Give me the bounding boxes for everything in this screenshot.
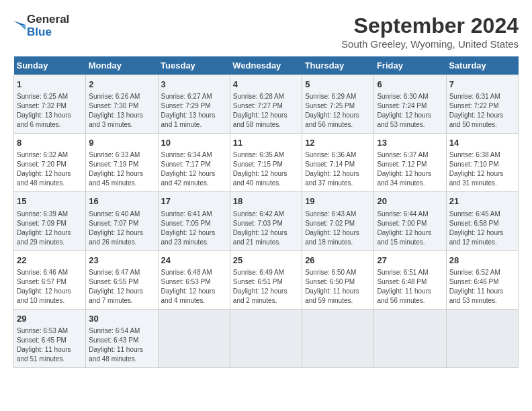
- table-row: 20Sunrise: 6:44 AMSunset: 7:00 PMDayligh…: [374, 192, 446, 250]
- day-info: Sunset: 7:25 PM: [305, 101, 371, 111]
- logo: General Blue: [13, 13, 69, 38]
- day-info: Sunrise: 6:45 AM: [449, 210, 515, 219]
- page-title: September 2024: [341, 13, 519, 38]
- day-info: Sunrise: 6:49 AM: [233, 268, 299, 277]
- table-row: 21Sunrise: 6:45 AMSunset: 6:58 PMDayligh…: [446, 192, 518, 250]
- table-row: 7Sunrise: 6:31 AMSunset: 7:22 PMDaylight…: [446, 75, 518, 134]
- table-row: 6Sunrise: 6:30 AMSunset: 7:24 PMDaylight…: [374, 75, 446, 134]
- day-number: 2: [89, 79, 154, 91]
- day-info: Sunrise: 6:47 AM: [89, 268, 154, 277]
- day-info: Sunset: 7:10 PM: [449, 160, 515, 169]
- day-info: Daylight: 12 hours and 42 minutes.: [161, 169, 227, 188]
- day-info: Sunset: 7:30 PM: [89, 101, 154, 111]
- day-info: Sunrise: 6:51 AM: [377, 268, 443, 277]
- day-info: Daylight: 12 hours and 53 minutes.: [377, 111, 443, 130]
- day-info: Sunrise: 6:52 AM: [449, 268, 515, 277]
- logo-line2: Blue: [27, 26, 69, 39]
- day-info: Sunset: 7:24 PM: [377, 101, 443, 111]
- day-number: 9: [89, 137, 154, 149]
- day-info: Sunset: 7:15 PM: [233, 160, 299, 169]
- calendar-table: Sunday Monday Tuesday Wednesday Thursday…: [13, 56, 519, 368]
- table-row: 27Sunrise: 6:51 AMSunset: 6:48 PMDayligh…: [374, 250, 446, 309]
- day-info: Sunrise: 6:36 AM: [305, 150, 371, 160]
- calendar-row: 29Sunrise: 6:53 AMSunset: 6:45 PMDayligh…: [14, 309, 519, 367]
- day-number: 7: [449, 79, 515, 91]
- calendar-body: 1Sunrise: 6:25 AMSunset: 7:32 PMDaylight…: [14, 75, 519, 368]
- day-number: 13: [377, 137, 443, 149]
- logo-line1: General: [27, 13, 69, 26]
- day-info: Daylight: 11 hours and 48 minutes.: [89, 345, 154, 364]
- calendar-row: 15Sunrise: 6:39 AMSunset: 7:09 PMDayligh…: [14, 192, 519, 250]
- table-row: [230, 309, 302, 367]
- day-info: Sunset: 7:17 PM: [161, 160, 227, 169]
- day-number: 18: [233, 195, 299, 208]
- table-row: 13Sunrise: 6:37 AMSunset: 7:12 PMDayligh…: [374, 134, 446, 192]
- day-info: Sunset: 7:32 PM: [17, 101, 83, 111]
- day-number: 23: [89, 255, 154, 267]
- day-info: Sunset: 7:20 PM: [17, 160, 83, 169]
- table-row: 8Sunrise: 6:32 AMSunset: 7:20 PMDaylight…: [14, 134, 86, 192]
- day-info: Daylight: 11 hours and 56 minutes.: [377, 287, 443, 306]
- day-info: Sunset: 6:58 PM: [449, 219, 515, 228]
- day-info: Sunrise: 6:39 AM: [17, 210, 83, 219]
- table-row: 19Sunrise: 6:43 AMSunset: 7:02 PMDayligh…: [302, 192, 374, 250]
- day-info: Sunset: 7:27 PM: [233, 101, 299, 111]
- table-row: 30Sunrise: 6:54 AMSunset: 6:43 PMDayligh…: [86, 309, 158, 367]
- day-info: Sunrise: 6:31 AM: [449, 92, 515, 101]
- table-row: [446, 309, 518, 367]
- day-info: Sunrise: 6:44 AM: [377, 210, 443, 219]
- day-info: Sunrise: 6:25 AM: [17, 92, 83, 101]
- day-number: 11: [233, 137, 299, 149]
- day-info: Daylight: 12 hours and 12 minutes.: [449, 228, 515, 247]
- day-number: 12: [305, 137, 371, 149]
- day-info: Sunrise: 6:37 AM: [377, 150, 443, 160]
- day-number: 19: [305, 195, 371, 208]
- day-number: 10: [161, 137, 227, 149]
- day-number: 15: [17, 195, 83, 208]
- day-info: Daylight: 12 hours and 45 minutes.: [89, 169, 154, 188]
- header-wednesday: Wednesday: [230, 56, 302, 75]
- day-info: Sunrise: 6:26 AM: [89, 92, 154, 101]
- day-info: Daylight: 12 hours and 29 minutes.: [17, 228, 83, 247]
- day-info: Daylight: 12 hours and 10 minutes.: [17, 287, 83, 306]
- day-info: Sunrise: 6:43 AM: [305, 210, 371, 219]
- day-info: Sunrise: 6:41 AM: [161, 210, 227, 219]
- day-info: Sunset: 6:43 PM: [89, 336, 154, 345]
- day-info: Sunset: 7:02 PM: [305, 219, 371, 228]
- day-number: 21: [449, 195, 515, 208]
- day-info: Sunrise: 6:42 AM: [233, 210, 299, 219]
- day-info: Daylight: 11 hours and 53 minutes.: [449, 287, 515, 306]
- day-info: Daylight: 12 hours and 23 minutes.: [161, 228, 227, 247]
- day-info: Sunrise: 6:30 AM: [377, 92, 443, 101]
- day-info: Sunset: 7:09 PM: [17, 219, 83, 228]
- header-row: Sunday Monday Tuesday Wednesday Thursday…: [14, 56, 519, 75]
- day-info: Sunset: 6:53 PM: [161, 277, 227, 287]
- day-info: Sunset: 6:55 PM: [89, 277, 154, 287]
- table-row: 23Sunrise: 6:47 AMSunset: 6:55 PMDayligh…: [86, 250, 158, 309]
- day-info: Daylight: 12 hours and 7 minutes.: [89, 287, 154, 306]
- day-info: Daylight: 12 hours and 50 minutes.: [449, 111, 515, 130]
- day-number: 14: [449, 137, 515, 149]
- day-info: Sunrise: 6:46 AM: [17, 268, 83, 277]
- day-info: Daylight: 12 hours and 15 minutes.: [377, 228, 443, 247]
- header-sunday: Sunday: [14, 56, 86, 75]
- day-info: Daylight: 13 hours and 3 minutes.: [89, 111, 154, 130]
- day-info: Daylight: 12 hours and 40 minutes.: [233, 169, 299, 188]
- page-subtitle: South Greeley, Wyoming, United States: [341, 38, 519, 50]
- day-info: Sunrise: 6:35 AM: [233, 150, 299, 160]
- logo-bird-icon: [13, 14, 26, 38]
- day-info: Daylight: 12 hours and 2 minutes.: [233, 287, 299, 306]
- table-row: 3Sunrise: 6:27 AMSunset: 7:29 PMDaylight…: [158, 75, 230, 134]
- day-info: Daylight: 13 hours and 1 minute.: [161, 111, 227, 130]
- table-row: 10Sunrise: 6:34 AMSunset: 7:17 PMDayligh…: [158, 134, 230, 192]
- day-info: Sunset: 6:57 PM: [17, 277, 83, 287]
- day-info: Sunrise: 6:34 AM: [161, 150, 227, 160]
- day-info: Daylight: 12 hours and 34 minutes.: [377, 169, 443, 188]
- table-row: 18Sunrise: 6:42 AMSunset: 7:03 PMDayligh…: [230, 192, 302, 250]
- day-info: Sunset: 7:07 PM: [89, 219, 154, 228]
- day-info: Daylight: 11 hours and 51 minutes.: [17, 345, 83, 364]
- table-row: 22Sunrise: 6:46 AMSunset: 6:57 PMDayligh…: [14, 250, 86, 309]
- table-row: 1Sunrise: 6:25 AMSunset: 7:32 PMDaylight…: [14, 75, 86, 134]
- day-number: 17: [161, 195, 227, 208]
- table-row: 14Sunrise: 6:38 AMSunset: 7:10 PMDayligh…: [446, 134, 518, 192]
